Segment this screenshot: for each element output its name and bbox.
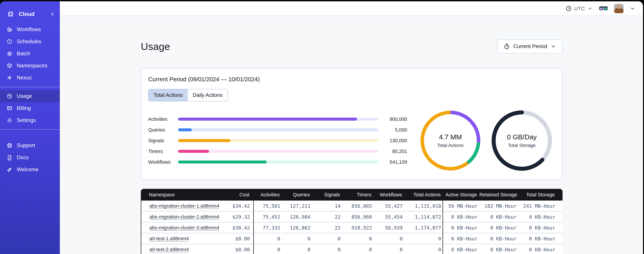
cell-signals: 0 bbox=[312, 247, 342, 252]
column-header-workflows: Workflows bbox=[373, 192, 404, 198]
sidebar-item-settings[interactable]: Settings bbox=[0, 114, 60, 126]
logo-label: Cloud bbox=[19, 11, 50, 17]
actions-tab-group: Total ActionsDaily Actions bbox=[148, 89, 228, 101]
current-period-card: Current Period (09/01/2024 — 10/01/2024)… bbox=[141, 68, 562, 180]
namespace-link[interactable]: a0-test-2.a98mm4 bbox=[149, 247, 189, 252]
timezone-label: UTC bbox=[574, 6, 585, 12]
cell-retained_storage: 182 MB-Hour bbox=[480, 203, 519, 209]
bar-row-queries: Queries5,000 bbox=[148, 124, 407, 135]
sidebar-item-label: Workflows bbox=[17, 26, 41, 32]
tab-daily-actions[interactable]: Daily Actions bbox=[188, 89, 228, 101]
cell-workflows: 58,939 bbox=[373, 225, 404, 231]
card-title: Current Period (09/01/2024 — 10/01/2024) bbox=[148, 76, 555, 82]
bar-value: 900,000 bbox=[378, 116, 407, 122]
bar-label: Activities bbox=[148, 116, 178, 122]
sidebar-item-batch[interactable]: Batch bbox=[0, 48, 60, 60]
sidebar-item-usage[interactable]: Usage bbox=[0, 90, 60, 102]
bar-fill bbox=[178, 160, 267, 164]
usage-donuts: 4.7 MM Total Actions 0 GB/Day Total Stor… bbox=[420, 110, 552, 171]
table-row: abs-migration-cluster-2.a98mm4$29.3275,4… bbox=[141, 212, 562, 222]
cell-cost: $38.42 bbox=[220, 225, 253, 231]
column-header-signals: Signals bbox=[311, 192, 342, 198]
sidebar-item-docs[interactable]: Docs bbox=[0, 152, 60, 164]
bar-row-workflows: Workflows541,109 bbox=[148, 157, 407, 168]
period-dropdown-button[interactable]: Current Period bbox=[497, 39, 562, 54]
timezone-selector[interactable]: UTC bbox=[566, 6, 593, 12]
column-header-queries: Queries bbox=[281, 192, 311, 198]
sidebar: Cloud WorkflowsSchedulesBatchNamespacesN… bbox=[0, 1, 60, 254]
cell-active_storage: 0 KB-Hour bbox=[442, 222, 480, 233]
sidebar-nav-account: UsageBillingSettings bbox=[0, 90, 60, 126]
bar-label: Signals bbox=[148, 138, 178, 144]
bar-value: 85,201 bbox=[378, 148, 407, 154]
cell-total_storage: 0 KB-Hour bbox=[519, 214, 563, 220]
column-header-timers: Timers bbox=[342, 192, 373, 198]
cell-workflows: 55,427 bbox=[373, 203, 404, 209]
sidebar-item-welcome[interactable]: Welcome bbox=[0, 164, 60, 176]
cell-namespace: a0-test-2.a98mm4 bbox=[141, 247, 220, 252]
cell-timers: 856,865 bbox=[342, 203, 373, 209]
sidebar-item-namespaces[interactable]: Namespaces bbox=[0, 60, 60, 72]
bar-row-activities: Activities900,000 bbox=[148, 114, 407, 124]
cell-activities: 75,452 bbox=[253, 212, 282, 222]
batch-icon bbox=[7, 51, 12, 56]
namespace-link[interactable]: abs-migration-cluster-1.a98mm4 bbox=[149, 203, 219, 208]
column-header-activities: Activities bbox=[253, 192, 281, 198]
glasses-icon bbox=[599, 6, 608, 12]
sidebar-collapse-icon[interactable] bbox=[50, 11, 55, 17]
clock-icon bbox=[566, 6, 572, 12]
user-avatar[interactable] bbox=[614, 4, 624, 13]
cell-queries: 0 bbox=[282, 236, 312, 242]
sidebar-item-nexus[interactable]: Nexus bbox=[0, 72, 60, 84]
usage-charts: Activities900,000Queries5,000Signals130,… bbox=[148, 110, 555, 171]
table-row: abs-migration-cluster-1.a98mm4$34.4275,5… bbox=[141, 200, 562, 212]
cell-total_actions: 1,115,018 bbox=[404, 203, 442, 209]
sidebar-divider bbox=[0, 87, 60, 87]
sidebar-item-label: Nexus bbox=[17, 75, 32, 81]
cell-timers: 856,960 bbox=[342, 214, 373, 220]
table-row: abs-migration-cluster-3.a98mm4$38.4277,3… bbox=[141, 222, 562, 233]
bar-value: 5,000 bbox=[378, 127, 407, 133]
cell-activities: 0 bbox=[253, 244, 282, 254]
namespace-link[interactable]: a0-test-1.a98mm4 bbox=[149, 236, 189, 241]
tab-total-actions[interactable]: Total Actions bbox=[148, 89, 188, 101]
bar-value: 541,109 bbox=[378, 159, 407, 165]
welcome-icon bbox=[7, 167, 12, 172]
cell-cost: $34.42 bbox=[220, 203, 253, 209]
stopwatch-icon bbox=[504, 43, 510, 50]
page-header: Usage Current Period bbox=[141, 39, 562, 54]
cell-workflows: 55,454 bbox=[373, 214, 404, 220]
table-header: NamespaceCostActivitiesQueriesSignalsTim… bbox=[141, 189, 562, 200]
bar-fill bbox=[178, 118, 357, 121]
sidebar-item-workflows[interactable]: Workflows bbox=[0, 24, 60, 36]
cell-cost: $0.00 bbox=[220, 247, 253, 252]
cell-retained_storage: 0 KB-Hour bbox=[480, 247, 519, 252]
docs-icon bbox=[7, 155, 12, 160]
sidebar-item-support[interactable]: Support bbox=[0, 140, 60, 152]
column-header-cost: Cost bbox=[220, 192, 253, 198]
namespace-usage-table: NamespaceCostActivitiesQueriesSignalsTim… bbox=[141, 189, 562, 254]
cell-timers: 0 bbox=[342, 236, 373, 242]
sidebar-item-billing[interactable]: Billing bbox=[0, 102, 60, 114]
cell-retained_storage: 0 KB-Hour bbox=[480, 225, 519, 231]
cell-active_storage: 0 KB-Hour bbox=[442, 212, 480, 222]
cell-signals: 22 bbox=[312, 225, 342, 231]
namespace-link[interactable]: abs-migration-cluster-3.a98mm4 bbox=[149, 225, 219, 230]
total-actions-value: 4.7 MM bbox=[439, 133, 462, 141]
sidebar-item-schedules[interactable]: Schedules bbox=[0, 36, 60, 48]
bar-fill bbox=[178, 128, 192, 131]
labs-glasses-toggle[interactable] bbox=[599, 6, 608, 12]
sidebar-item-label: Billing bbox=[17, 105, 31, 111]
sidebar-logo[interactable]: Cloud bbox=[0, 8, 60, 20]
namespace-link[interactable]: abs-migration-cluster-2.a98mm4 bbox=[149, 214, 219, 220]
bar-label: Timers bbox=[148, 148, 178, 154]
cell-activities: 77,332 bbox=[253, 222, 282, 233]
cell-active_storage: 59 MB-Hour bbox=[442, 200, 480, 212]
column-header-retained-storage: Retained Storage bbox=[480, 192, 518, 198]
bar-value: 130,000 bbox=[378, 138, 407, 144]
cell-activities: 75,501 bbox=[253, 200, 282, 212]
cell-queries: 126,862 bbox=[282, 225, 312, 231]
bar-fill bbox=[178, 150, 209, 153]
cell-total_storage: 0 KB-Hour bbox=[519, 247, 563, 252]
account-menu-chevron-icon[interactable] bbox=[630, 6, 636, 12]
